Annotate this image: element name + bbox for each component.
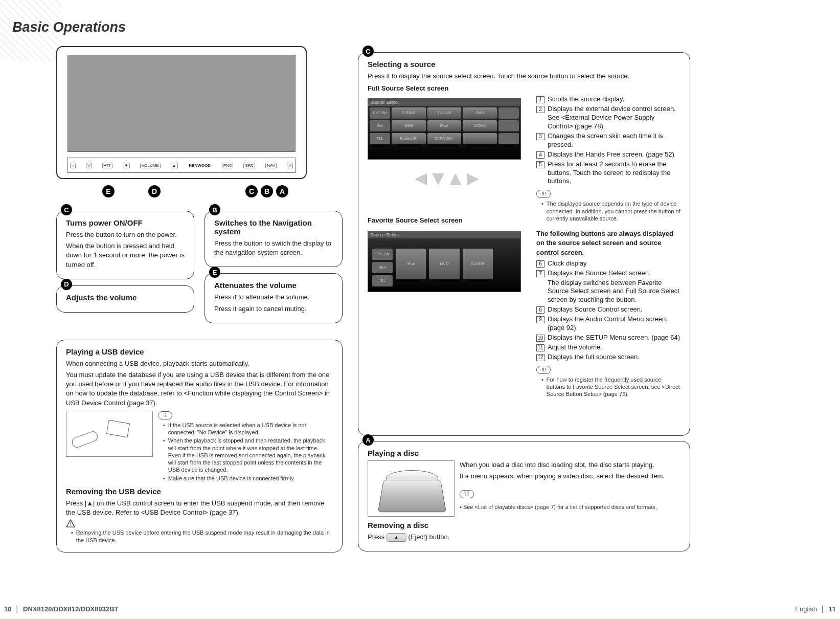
text: Press it again to cancel muting. bbox=[214, 304, 333, 314]
text: When connecting a USB device, playback s… bbox=[66, 359, 333, 368]
box-nav-title: Switches to the Navigation system bbox=[214, 218, 333, 236]
btn-att: ATT bbox=[102, 163, 113, 168]
side-btn bbox=[498, 120, 519, 131]
disc-title: Playing a disc bbox=[368, 449, 680, 457]
src-btn: STANDBY bbox=[427, 133, 462, 144]
num: 12 bbox=[536, 354, 544, 361]
fav-hdr: Favorite Source Select screen bbox=[368, 216, 526, 225]
text: Clock display bbox=[548, 259, 587, 268]
num: 7 bbox=[536, 270, 544, 277]
box-usb: Playing a USB device When connecting a U… bbox=[56, 340, 343, 552]
side-btn: EXT SW bbox=[370, 107, 390, 119]
eject-button-graphic: ▲ bbox=[387, 533, 406, 542]
label-d: D bbox=[61, 279, 72, 290]
label-e: E bbox=[209, 267, 220, 278]
box-volume: D Adjusts the volume bbox=[56, 285, 194, 313]
source-list-2: 6Clock display 7Displays the Source Sele… bbox=[536, 259, 680, 362]
usb-title: Playing a USB device bbox=[66, 347, 333, 356]
lang-label: English bbox=[795, 605, 817, 613]
btn: ▲ bbox=[171, 163, 178, 168]
text: Displays the external device control scr… bbox=[548, 105, 680, 131]
usb-note: When the playback is stopped and then re… bbox=[158, 437, 333, 473]
callout-c: C bbox=[245, 185, 258, 197]
text: Scrolls the source display. bbox=[548, 95, 624, 104]
num: 10 bbox=[536, 335, 544, 342]
text: Displays Source Control screen. bbox=[548, 305, 643, 314]
page-num-right: 11 bbox=[829, 605, 836, 613]
usb-illustration bbox=[66, 411, 153, 457]
device-control-bar: ○ ▽ ATT ▼ VOLUME ▲ KENWOOD FNC SRC NAV △ bbox=[67, 158, 296, 173]
src-btn: DVD bbox=[463, 107, 497, 119]
text: If a menu appears, when playing a video … bbox=[460, 472, 680, 481]
device-illustration: ○ ▽ ATT ▼ VOLUME ▲ KENWOOD FNC SRC NAV △ bbox=[56, 46, 307, 179]
warning-icon: ! bbox=[66, 519, 75, 527]
page-num-left: 10 bbox=[4, 605, 11, 613]
num: 11 bbox=[536, 344, 544, 351]
page-title: Basic Operations bbox=[12, 19, 126, 35]
btn-fnc: FNC bbox=[222, 163, 233, 168]
text: Displays the SETUP Menu screen. (page 64… bbox=[548, 334, 680, 342]
brand-label: KENWOOD bbox=[188, 163, 212, 168]
label-c: C bbox=[61, 204, 72, 215]
screenshot-hdr: Source Select bbox=[368, 231, 520, 238]
btn: ○ bbox=[70, 163, 76, 168]
callout-d: D bbox=[148, 185, 161, 197]
src-btn: iPod bbox=[427, 120, 462, 131]
usb-note: Make sure that the USB device is connect… bbox=[158, 475, 333, 482]
btn-eject: △ bbox=[287, 163, 293, 168]
fav-btn: TUNER bbox=[463, 249, 493, 279]
screenshot-hdr: Source Select bbox=[368, 99, 520, 106]
note-text: For how to register the frequently used … bbox=[536, 376, 680, 398]
footer-right: English │ 11 bbox=[795, 605, 836, 613]
box-power: C Turns power ON/OFF Press the button to… bbox=[56, 211, 194, 279]
num: 1 bbox=[536, 96, 544, 103]
side-btn: Skin bbox=[370, 120, 390, 131]
num: 9 bbox=[536, 316, 544, 323]
box-power-title: Turns power ON/OFF bbox=[66, 218, 185, 227]
label-c: C bbox=[362, 46, 374, 57]
note-icon: ⁝⁝⁝ bbox=[460, 490, 474, 498]
full-source-screenshot: Source Select EXT SW SIRIUS TUNER DVD Sk… bbox=[368, 98, 521, 160]
disc-remove-title: Removing a disc bbox=[368, 521, 680, 529]
side-btn: TEL bbox=[372, 275, 393, 286]
text: Displays the Audio Control Menu screen. … bbox=[548, 315, 680, 333]
btn: ▽ bbox=[86, 163, 92, 168]
src-btn: SIRIUS bbox=[392, 107, 426, 119]
num: 6 bbox=[536, 260, 544, 268]
side-btn: EXT SW bbox=[372, 249, 393, 260]
btn-nav: NAV bbox=[265, 163, 277, 168]
sel-title: Selecting a source bbox=[368, 60, 680, 69]
num: 8 bbox=[536, 306, 544, 314]
btn-src: SRC bbox=[243, 163, 255, 168]
callout-e: E bbox=[102, 185, 115, 197]
text: Adjust the volume. bbox=[548, 343, 602, 352]
note-text: The displayed source depends on the type… bbox=[536, 200, 680, 222]
box-disc: A Playing a disc When you load a disc in… bbox=[358, 441, 690, 551]
src-btn: Bluetooth bbox=[392, 133, 426, 144]
box-nav: B Switches to the Navigation system Pres… bbox=[205, 211, 343, 267]
src-btn: USB bbox=[392, 120, 426, 131]
side-btn bbox=[498, 133, 519, 144]
box-att-title: Attenuates the volume bbox=[214, 281, 333, 290]
num: 2 bbox=[536, 106, 544, 113]
text: Displays the full source screen. bbox=[548, 353, 640, 362]
text: Press it to display the source select sc… bbox=[368, 72, 680, 81]
num: 3 bbox=[536, 133, 544, 140]
box-att: E Attenuates the volume Press it to atte… bbox=[205, 273, 343, 323]
fav-btn: iPod bbox=[396, 249, 426, 279]
side-btn: TEL bbox=[370, 133, 390, 144]
note-icon: ⁝⁝⁝ bbox=[536, 366, 551, 374]
box-volume-title: Adjusts the volume bbox=[66, 293, 185, 302]
text: Changes the screen skin each time it is … bbox=[548, 132, 680, 149]
callout-a: A bbox=[276, 185, 288, 197]
text: Displays the Source Select screen. bbox=[548, 269, 651, 278]
fav-btn: DVD bbox=[429, 249, 459, 279]
usb-warn-text: Removing the USB device before entering … bbox=[66, 529, 333, 544]
text: Press the button to turn on the power. bbox=[66, 230, 185, 239]
text: Press for at least 2 seconds to erase th… bbox=[548, 160, 680, 186]
src-btn bbox=[463, 133, 497, 144]
label-b: B bbox=[209, 204, 220, 215]
text: Displays the Hands Free screen. (page 52… bbox=[548, 150, 674, 159]
text: Press ▲ (Eject) button. bbox=[368, 533, 680, 542]
mid-text: The following buttons are always display… bbox=[536, 229, 680, 257]
